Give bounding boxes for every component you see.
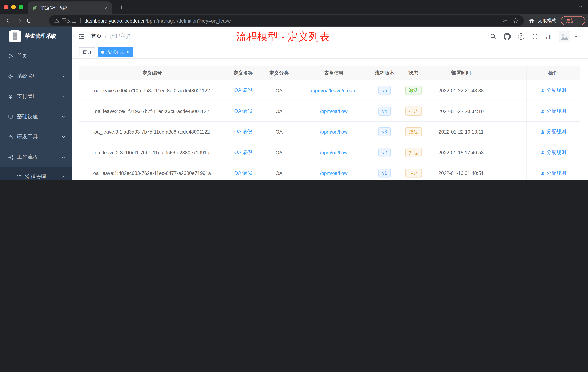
deploy-time: 2022-01-22 21:48:38: [429, 80, 494, 100]
chevron-down-icon: [61, 94, 66, 99]
assign-rule-button[interactable]: 分配规则: [540, 108, 566, 114]
definition-table: 定义编号 定义名称 定义分类 表单信息 流程版本 状态 部署时间 操作 oa_l…: [79, 66, 580, 180]
status-tag: 挂起: [405, 169, 422, 178]
status-tag: 挂起: [405, 107, 422, 116]
avatar[interactable]: [559, 31, 570, 42]
back-button[interactable]: [3, 15, 14, 26]
browser-menu-icon[interactable]: ⋮: [576, 18, 582, 24]
bookmark-star-icon[interactable]: [513, 18, 519, 24]
reload-button[interactable]: [24, 15, 34, 26]
form-link[interactable]: /bpm/oa/flow: [320, 129, 348, 134]
sidebar-toggle-icon[interactable]: [77, 32, 86, 41]
assign-rule-button[interactable]: 分配规则: [540, 149, 566, 156]
dev-tools-icon: [8, 134, 13, 140]
security-label[interactable]: 不安全: [62, 17, 76, 24]
form-link[interactable]: /bpm/oa/flow: [320, 150, 348, 155]
sidebar-item-label: 首页: [17, 53, 27, 59]
avatar-caret-icon[interactable]: [574, 34, 578, 39]
browser-tabstrip: 芋道管理系统 × +: [0, 0, 588, 14]
tab-search-icon[interactable]: [578, 4, 583, 10]
incognito-label: 无痕模式: [538, 17, 556, 24]
definition-category: OA: [262, 163, 297, 180]
sidebar-item-process-management[interactable]: 流程管理: [0, 167, 72, 180]
tag-process-definition[interactable]: 流程定义 ×: [98, 47, 133, 57]
assign-rule-label: 分配规则: [546, 170, 566, 176]
address-bar[interactable]: 不安全 dashboard.yudao.iocoder.cn/bpm/manag…: [49, 15, 524, 26]
column-header-category: 定义分类: [262, 66, 297, 80]
browser-tab[interactable]: 芋道管理系统 ×: [28, 1, 112, 14]
breadcrumb: 首页 / 流程定义: [91, 33, 131, 40]
definition-name-link[interactable]: OA 请假: [234, 170, 252, 176]
fullscreen-icon[interactable]: [531, 33, 538, 40]
version-tag: v3: [378, 127, 390, 136]
font-size-icon[interactable]: TT: [545, 33, 552, 40]
table-header-row: 定义编号 定义名称 定义分类 表单信息 流程版本 状态 部署时间 操作: [79, 66, 580, 80]
sidebar-item-infrastructure[interactable]: 基础设施: [0, 107, 72, 127]
definition-name-link[interactable]: OA 请假: [234, 87, 252, 94]
tags-view-bar: 首页 流程定义 ×: [72, 46, 588, 59]
window-minimize-button[interactable]: [11, 5, 16, 10]
tab-close-icon[interactable]: ×: [103, 5, 108, 11]
status-tag: 挂起: [405, 127, 422, 136]
definition-name-link[interactable]: OA 请假: [234, 128, 252, 135]
sidebar-item-workflow[interactable]: 工作流程: [0, 147, 72, 167]
table-row: oa_leave:1:482ec033-762a-11ec-8477-a2380…: [79, 163, 580, 180]
window-zoom-button[interactable]: [19, 5, 23, 10]
form-link[interactable]: /bpm/oa/leave/create: [311, 88, 356, 93]
sidebar-item-label: 工作流程: [17, 154, 38, 161]
sidebar-item-system[interactable]: 系统管理: [0, 66, 72, 86]
breadcrumb-home[interactable]: 首页: [91, 33, 102, 40]
window-close-button[interactable]: [4, 5, 8, 10]
assign-rule-button[interactable]: 分配规则: [540, 128, 566, 135]
assign-rule-label: 分配规则: [546, 149, 566, 156]
sidebar-item-devtools[interactable]: 研发工具: [0, 127, 72, 147]
assign-rule-button[interactable]: 分配规则: [540, 87, 566, 94]
new-tab-button[interactable]: +: [117, 2, 126, 12]
tag-home[interactable]: 首页: [79, 47, 95, 57]
search-icon[interactable]: [489, 33, 497, 40]
definition-id: oa_leave:1:482ec033-762a-11ec-8477-a2380…: [79, 163, 225, 180]
form-link[interactable]: /bpm/oa/flow: [320, 170, 348, 176]
page-annotation: 流程模型 - 定义列表: [236, 30, 329, 44]
sidebar-item-payment[interactable]: ¥ 支付管理: [0, 86, 72, 107]
process-list-icon: [17, 174, 22, 180]
monitor-icon: [8, 114, 13, 120]
help-icon[interactable]: ?: [517, 33, 525, 40]
definition-name-link[interactable]: OA 请假: [234, 149, 252, 156]
definition-name-link[interactable]: OA 请假: [234, 108, 252, 114]
version-tag: v4: [378, 107, 390, 116]
window-controls: [4, 5, 23, 10]
definition-id: oa_leave:5:004b710b-7b8a-11ec-8ef0-acde4…: [79, 80, 225, 100]
workflow-icon: [8, 154, 13, 160]
chevron-down-icon: [61, 135, 66, 139]
sidebar-item-home[interactable]: 首页: [0, 46, 72, 66]
update-button[interactable]: 更新 ⋮: [561, 16, 585, 25]
logo-avatar: [9, 30, 21, 42]
assign-rule-button[interactable]: 分配规则: [540, 170, 566, 176]
incognito-badge: 无痕模式: [528, 17, 556, 24]
github-icon[interactable]: [503, 33, 511, 40]
form-link[interactable]: /bpm/oa/flow: [320, 108, 348, 114]
deploy-time: 2022-01-22 19:19:11: [429, 121, 494, 142]
gear-icon: [8, 73, 13, 79]
page-content: 定义编号 定义名称 定义分类 表单信息 流程版本 状态 部署时间 操作 oa_l…: [72, 59, 588, 180]
column-header-name: 定义名称: [225, 66, 262, 80]
column-header-spacer: [494, 66, 526, 80]
security-warning-icon: [54, 18, 60, 23]
tag-close-icon[interactable]: ×: [126, 50, 130, 55]
password-key-icon[interactable]: [502, 18, 508, 24]
status-tag: 挂起: [405, 148, 422, 157]
sidebar-item-label: 研发工具: [17, 134, 38, 140]
browser-toolbar: 不安全 dashboard.yudao.iocoder.cn/bpm/manag…: [0, 14, 588, 27]
yen-icon: ¥: [8, 94, 13, 99]
top-navbar: 首页 / 流程定义 流程模型 - 定义列表 ? TT: [72, 27, 588, 46]
sidebar-logo[interactable]: 芋道管理系统: [0, 27, 72, 46]
definition-category: OA: [262, 142, 297, 163]
table-row: oa_leave:4:991f2193-7b7f-11ec-a3c8-acde4…: [79, 101, 580, 121]
column-header-time: 部署时间: [429, 66, 494, 80]
spacer-cell: [494, 163, 526, 180]
forward-button[interactable]: [13, 15, 24, 26]
status-tag: 激活: [405, 86, 422, 95]
table-row: oa_leave:5:004b710b-7b8a-11ec-8ef0-acde4…: [79, 80, 580, 101]
definition-id: oa_leave:4:991f2193-7b7f-11ec-a3c8-acde4…: [79, 101, 225, 121]
